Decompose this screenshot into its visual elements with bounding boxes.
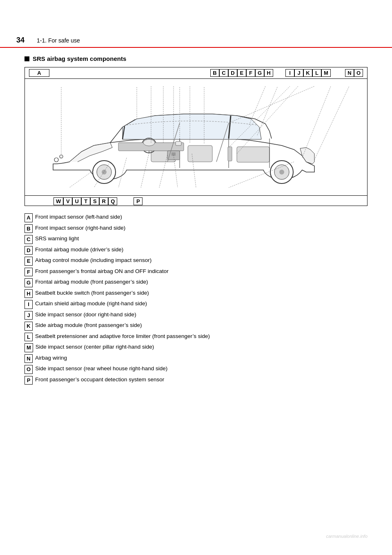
component-description: Airbag control module (including impact …: [35, 257, 151, 264]
component-item-i: ICurtain shield airbag module (right-han…: [24, 300, 368, 309]
component-description: Front passenger’s frontal airbag ON and …: [35, 268, 169, 275]
section-bullet: [24, 56, 29, 61]
label-K: K: [303, 69, 312, 77]
svg-line-35: [249, 86, 265, 125]
component-label-box: P: [24, 376, 33, 385]
component-item-g: GFrontal airbag module (front passenger’…: [24, 278, 368, 287]
component-label-box: D: [24, 246, 33, 255]
component-item-b: BFront impact sensor (right-hand side): [24, 224, 368, 233]
label-P: P: [134, 197, 143, 205]
component-description: Side impact sensor (center pillar right-…: [36, 343, 154, 351]
label-D: D: [228, 69, 237, 77]
label-Q: Q: [108, 197, 117, 205]
component-item-d: DFrontal airbag module (driver’s side): [24, 246, 368, 255]
label-M: M: [321, 69, 331, 77]
svg-rect-9: [188, 145, 212, 162]
component-label-box: C: [24, 235, 33, 244]
component-item-l: LSeatbelt pretensioner and adaptive forc…: [24, 333, 368, 342]
component-description: SRS warning light: [35, 235, 79, 243]
component-label-box: N: [24, 354, 33, 363]
label-C: C: [219, 69, 228, 77]
label-B: B: [210, 69, 219, 77]
component-list: AFront impact sensor (left-hand side)BFr…: [24, 213, 368, 385]
component-description: Airbag wiring: [35, 354, 67, 362]
component-label-box: B: [24, 224, 33, 233]
svg-point-5: [279, 170, 284, 175]
label-F: F: [246, 69, 255, 77]
svg-point-25: [54, 158, 58, 162]
label-N: N: [345, 69, 354, 77]
header-bar: 34 1-1. For safe use: [0, 33, 392, 48]
page-container: 34 1-1. For safe use SRS airbag system c…: [0, 0, 392, 555]
component-item-k: KSide airbag module (front passenger’s s…: [24, 322, 368, 331]
svg-point-2: [102, 170, 107, 175]
car-diagram-svg: [29, 82, 363, 192]
labels-bottom-row: W V U T S R Q P: [25, 195, 367, 206]
label-J: J: [294, 69, 303, 77]
label-R: R: [99, 197, 108, 205]
component-description: Frontal airbag module (front passenger’s…: [35, 278, 148, 286]
component-label-box: O: [24, 365, 33, 374]
diagram-container: A B C D E F G H I J K L M N O: [24, 67, 368, 206]
component-label-box: K: [24, 322, 33, 331]
component-item-h: HSeatbelt buckle switch (front passenger…: [24, 289, 368, 298]
page-number: 34: [16, 36, 29, 45]
label-G: G: [255, 69, 264, 77]
component-item-o: OSide impact sensor (rear wheel house ri…: [24, 365, 368, 374]
label-I: I: [285, 69, 294, 77]
component-item-j: JSide impact sensor (door right-hand sid…: [24, 311, 368, 320]
svg-rect-22: [237, 147, 270, 162]
label-O: O: [354, 69, 363, 77]
component-item-m: MSide impact sensor (center pillar right…: [24, 343, 368, 352]
label-V: V: [63, 197, 72, 205]
svg-line-41: [314, 86, 349, 160]
watermark: carmanualonline.info: [326, 534, 368, 539]
svg-rect-15: [176, 141, 181, 145]
component-item-c: CSRS warning light: [24, 235, 368, 244]
labels-top-row: A B C D E F G H I J K L M N O: [25, 67, 367, 79]
component-description: Front passenger’s occupant detection sys…: [35, 376, 164, 384]
component-label-box: I: [24, 300, 33, 309]
component-item-p: PFront passenger’s occupant detection sy…: [24, 376, 368, 385]
car-diagram: [25, 79, 367, 195]
section-title: 1-1. For safe use: [37, 37, 80, 44]
label-W: W: [53, 197, 63, 205]
component-label-box: H: [24, 289, 33, 298]
component-label-box: A: [24, 213, 33, 222]
component-description: Side airbag module (front passenger’s si…: [35, 322, 142, 329]
component-item-a: AFront impact sensor (left-hand side): [24, 213, 368, 222]
component-label-box: M: [24, 343, 33, 352]
component-label-box: G: [24, 278, 33, 287]
label-A: A: [29, 69, 49, 77]
component-description: Front impact sensor (left-hand side): [35, 213, 122, 221]
component-description: Curtain shield airbag module (right-hand…: [35, 300, 147, 308]
component-description: Seatbelt buckle switch (front passenger’…: [35, 289, 149, 297]
component-label-box: J: [24, 311, 33, 320]
component-description: Seatbelt pretensioner and adaptive force…: [35, 333, 210, 340]
section-heading-text: SRS airbag system components: [33, 55, 126, 62]
component-item-e: EAirbag control module (including impact…: [24, 257, 368, 266]
component-item-f: FFront passenger’s frontal airbag ON and…: [24, 268, 368, 277]
svg-rect-23: [228, 147, 232, 161]
component-label-box: E: [24, 257, 33, 266]
label-L: L: [312, 69, 321, 77]
component-description: Frontal airbag module (driver’s side): [35, 246, 123, 254]
component-description: Front impact sensor (right-hand side): [35, 224, 125, 232]
srs-heading: SRS airbag system components: [24, 55, 368, 62]
component-description: Side impact sensor (door right-hand side…: [35, 311, 136, 319]
content-area: SRS airbag system components A B C D E F…: [0, 55, 392, 403]
component-label-box: L: [24, 333, 33, 342]
label-T: T: [81, 197, 90, 205]
svg-point-14: [143, 139, 155, 146]
svg-line-42: [69, 170, 94, 188]
svg-line-40: [302, 86, 331, 158]
label-S: S: [90, 197, 99, 205]
component-item-n: NAirbag wiring: [24, 354, 368, 363]
label-E: E: [237, 69, 246, 77]
label-H: H: [264, 69, 273, 77]
component-label-box: F: [24, 268, 33, 277]
label-U: U: [72, 197, 81, 205]
component-description: Side impact sensor (rear wheel house rig…: [35, 365, 167, 373]
